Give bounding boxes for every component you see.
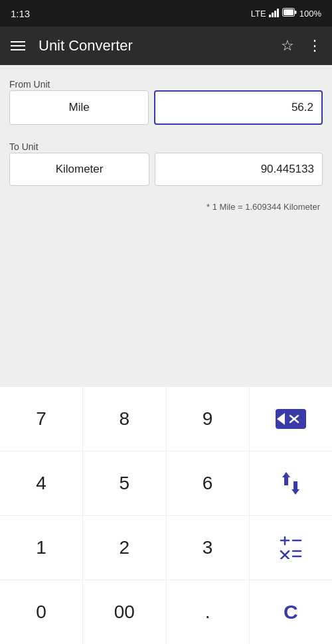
app-title: Unit Converter bbox=[39, 37, 281, 54]
conversion-note: * 1 Mile = 1.609344 Kilometer bbox=[9, 202, 323, 212]
app-bar: Unit Converter ☆ ⋮ bbox=[0, 27, 332, 65]
svg-rect-15 bbox=[284, 477, 288, 485]
key-7[interactable]: 7 bbox=[0, 387, 82, 451]
to-unit-label: To Unit bbox=[9, 141, 323, 153]
status-time: 1:13 bbox=[11, 8, 30, 19]
key-swap[interactable] bbox=[250, 451, 332, 515]
svg-marker-16 bbox=[291, 489, 299, 495]
key-6[interactable]: 6 bbox=[167, 451, 249, 515]
key-3[interactable]: 3 bbox=[167, 516, 249, 580]
svg-rect-0 bbox=[269, 15, 271, 17]
ops-icon bbox=[280, 536, 302, 559]
more-options-button[interactable]: ⋮ bbox=[307, 37, 321, 54]
key-clear[interactable]: C bbox=[250, 580, 332, 644]
app-bar-actions: ☆ ⋮ bbox=[281, 37, 321, 54]
from-value-display: 56.2 bbox=[154, 90, 323, 125]
keypad: 7 8 9 4 5 6 1 2 3 bbox=[0, 387, 332, 644]
svg-marker-14 bbox=[282, 472, 290, 477]
svg-rect-2 bbox=[274, 11, 276, 17]
from-unit-row: Mile 56.2 bbox=[9, 90, 323, 125]
backspace-icon bbox=[276, 409, 306, 429]
menu-button[interactable] bbox=[11, 41, 25, 50]
swap-icon bbox=[281, 472, 301, 495]
to-value-display: 90.445133 bbox=[155, 153, 323, 186]
hamburger-icon bbox=[11, 45, 25, 46]
svg-rect-5 bbox=[284, 9, 293, 15]
from-unit-button[interactable]: Mile bbox=[9, 90, 149, 125]
svg-rect-1 bbox=[272, 13, 274, 17]
status-bar: 1:13 LTE 100% bbox=[0, 0, 332, 27]
key-9[interactable]: 9 bbox=[167, 387, 249, 451]
battery-percent: 100% bbox=[299, 9, 321, 19]
to-unit-button[interactable]: Kilometer bbox=[9, 153, 149, 186]
hamburger-icon bbox=[11, 49, 25, 50]
key-dot[interactable]: . bbox=[167, 580, 249, 644]
battery-icon bbox=[282, 8, 297, 19]
key-00[interactable]: 00 bbox=[83, 580, 165, 644]
from-unit-label: From Unit bbox=[9, 78, 323, 90]
key-5[interactable]: 5 bbox=[83, 451, 165, 515]
key-backspace[interactable] bbox=[250, 387, 332, 451]
clear-c-label: C bbox=[284, 601, 298, 623]
hamburger-icon bbox=[11, 41, 25, 42]
key-8[interactable]: 8 bbox=[83, 387, 165, 451]
status-icons: LTE 100% bbox=[251, 8, 321, 19]
key-ops[interactable] bbox=[250, 516, 332, 580]
signal-icon bbox=[269, 8, 280, 19]
svg-rect-3 bbox=[277, 9, 279, 17]
lte-label: LTE bbox=[251, 9, 266, 19]
main-content: From Unit Mile 56.2 To Unit Kilometer 90… bbox=[0, 65, 332, 387]
to-unit-row: Kilometer 90.445133 bbox=[9, 153, 323, 186]
key-1[interactable]: 1 bbox=[0, 516, 82, 580]
favorite-button[interactable]: ☆ bbox=[281, 37, 294, 54]
svg-rect-6 bbox=[295, 11, 297, 14]
key-4[interactable]: 4 bbox=[0, 451, 82, 515]
svg-rect-17 bbox=[293, 481, 297, 489]
key-0[interactable]: 0 bbox=[0, 580, 82, 644]
key-2[interactable]: 2 bbox=[83, 516, 165, 580]
